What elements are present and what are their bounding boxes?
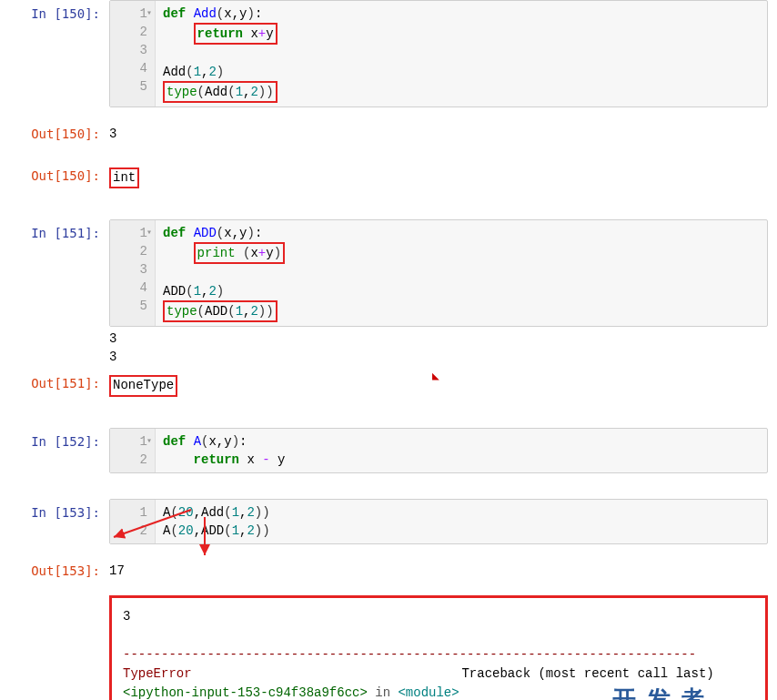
input-cell-151: In [151]: 1▾ 2 3 4 5 def ADD(x,y): print… xyxy=(0,219,777,370)
out-prompt: Out[150]: xyxy=(0,120,109,149)
code-body[interactable]: def A(x,y): return x - y xyxy=(156,429,292,472)
output-value: int xyxy=(109,162,777,195)
output-cell-153: Out[153]: 17 xyxy=(0,557,777,586)
code-editor[interactable]: 1 2 A(20,Add(1,2)) A(20,ADD(1,2)) xyxy=(109,499,768,544)
output-cell-150-1: Out[150]: 3 xyxy=(0,120,777,149)
line-gutter: 1▾ 2 3 4 5 xyxy=(110,220,156,326)
error-stdout: 3 xyxy=(123,607,754,626)
watermark-logo: 开 发 者 DEVZE.COM xyxy=(612,684,770,700)
error-type: TypeError xyxy=(123,666,192,681)
out-prompt: Out[150]: xyxy=(0,162,109,195)
traceback-label: Traceback (most recent call last) xyxy=(461,666,713,681)
output-value: NoneType xyxy=(109,370,777,402)
input-cell-153: In [153]: 1 2 A(20,Add(1,2)) A(20,ADD(1,… xyxy=(0,499,777,544)
code-editor[interactable]: 1▾ 2 def A(x,y): return x - y xyxy=(109,428,768,473)
in-prompt: In [150]: xyxy=(0,0,109,107)
error-module: <module> xyxy=(398,685,459,700)
stdout-output: 3 3 xyxy=(109,327,768,370)
code-body[interactable]: def Add(x,y): return x+y Add(1,2) type(A… xyxy=(156,1,285,107)
code-body[interactable]: def ADD(x,y): print (x+y) ADD(1,2) type(… xyxy=(156,220,292,326)
output-value: 17 xyxy=(109,557,777,586)
line-gutter: 1 2 xyxy=(110,500,156,543)
line-gutter: 1▾ 2 xyxy=(110,429,156,472)
input-cell-150: In [150]: 1▾ 2 3 4 5 def Add(x,y): retur… xyxy=(0,0,777,107)
code-editor[interactable]: 1▾ 2 3 4 5 def Add(x,y): return x+y Add(… xyxy=(109,0,768,107)
cursor-icon: ◣ xyxy=(432,369,439,383)
out-prompt: Out[153]: xyxy=(0,557,109,586)
output-cell-151: Out[151]: NoneType xyxy=(0,370,777,402)
code-editor[interactable]: 1▾ 2 3 4 5 def ADD(x,y): print (x+y) ADD… xyxy=(109,219,768,327)
output-value: 3 xyxy=(109,120,777,149)
code-body[interactable]: A(20,Add(1,2)) A(20,ADD(1,2)) xyxy=(156,500,278,543)
error-separator: ----------------------------------------… xyxy=(123,645,754,664)
in-prompt: In [151]: xyxy=(0,219,109,370)
out-prompt: Out[151]: xyxy=(0,370,109,402)
in-prompt: In [152]: xyxy=(0,428,109,473)
output-cell-150-2: Out[150]: int xyxy=(0,162,777,195)
in-prompt: In [153]: xyxy=(0,499,109,544)
line-gutter: 1▾ 2 3 4 5 xyxy=(110,1,156,107)
error-source: <ipython-input-153-c94f38a9f6cc> xyxy=(123,685,368,700)
input-cell-152: In [152]: 1▾ 2 def A(x,y): return x - y xyxy=(0,428,777,473)
